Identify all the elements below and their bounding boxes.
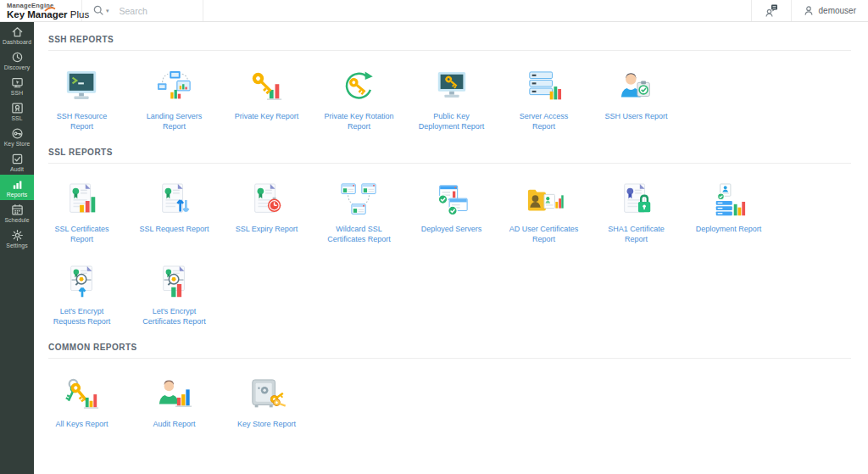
section-title: SSH REPORTS — [34, 35, 868, 44]
ssl-certificates-icon — [63, 182, 102, 219]
sidebar-item-label: Discovery — [4, 64, 31, 70]
wildcard-ssl-icon — [340, 182, 379, 219]
ad-user-certificates-icon — [525, 182, 564, 219]
schedule-icon — [11, 204, 24, 216]
report-label: SSL Certificates Report — [47, 225, 118, 244]
report-label: AD User Certificates Report — [509, 225, 580, 244]
report-label: Audit Report — [153, 420, 195, 439]
user-icon — [803, 4, 815, 17]
ssl-request-icon — [155, 182, 194, 219]
section-divider — [48, 358, 851, 359]
report-deployment-report[interactable]: Deployment Report — [682, 182, 775, 244]
report-public-key-deployment-report[interactable]: Public Key Deployment Report — [405, 70, 498, 131]
section-ssh-reports: SSH REPORTSSSH Resource ReportLanding Se… — [34, 35, 868, 131]
section-title: COMMON REPORTS — [34, 343, 868, 352]
brand-line2-suffix: Plus — [70, 9, 89, 20]
report-label: SSL Request Report — [139, 225, 209, 244]
header-divider — [203, 0, 203, 21]
sidebar-item-discovery[interactable]: Discovery — [0, 47, 34, 73]
report-wildcard-ssl-certificates-report[interactable]: Wildcard SSL Certificates Report — [313, 182, 405, 244]
reports-page: SSH REPORTSSSH Resource ReportLanding Se… — [34, 22, 868, 474]
section-common-reports: COMMON REPORTSAll Keys ReportAudit Repor… — [34, 343, 868, 439]
report-label: Let's Encrypt Requests Report — [47, 307, 118, 326]
sidebar-item-ssl[interactable]: SSL — [0, 98, 34, 124]
sidebar-item-schedule[interactable]: Schedule — [0, 200, 34, 226]
audit-person-icon — [155, 377, 194, 414]
report-key-store-report[interactable]: Key Store Report — [220, 377, 313, 439]
report-ssh-users-report[interactable]: SSH Users Report — [590, 70, 682, 131]
ssl-expiry-icon — [248, 182, 287, 219]
report-label: SSH Users Report — [604, 112, 667, 131]
sidebar-item-reports[interactable]: Reports — [0, 175, 34, 200]
sidebar-item-label: Schedule — [4, 217, 29, 223]
report-deployed-servers[interactable]: Deployed Servers — [405, 182, 498, 244]
sidebar-item-audit[interactable]: Audit — [0, 149, 34, 175]
keystore-icon — [11, 127, 24, 140]
home-icon — [11, 25, 24, 38]
report-let-s-encrypt-certificates-report[interactable]: Let's Encrypt Certificates Report — [128, 265, 220, 326]
report-label: SSL Expiry Report — [236, 225, 298, 244]
report-ssl-request-report[interactable]: SSL Request Report — [128, 182, 220, 244]
report-ssh-resource-report[interactable]: SSH Resource Report — [36, 70, 128, 131]
key-store-safe-icon — [248, 377, 287, 414]
user-menu[interactable]: demouser — [791, 0, 868, 21]
top-header: ManageEngine Key Manager Plus ▾ demouser — [0, 0, 868, 22]
settings-icon — [11, 229, 24, 242]
report-grid: SSH Resource ReportLanding Servers Repor… — [36, 70, 868, 131]
report-private-key-rotation-report[interactable]: Private Key Rotation Report — [313, 70, 405, 131]
report-audit-report[interactable]: Audit Report — [128, 377, 220, 439]
report-label: All Keys Report — [55, 420, 108, 439]
all-keys-icon — [63, 377, 102, 414]
report-ad-user-certificates-report[interactable]: AD User Certificates Report — [498, 182, 590, 244]
sha1-certificate-icon — [617, 182, 656, 219]
sidebar-item-key-store[interactable]: Key Store — [0, 124, 34, 149]
report-let-s-encrypt-requests-report[interactable]: Let's Encrypt Requests Report — [36, 265, 128, 326]
sidebar-item-settings[interactable]: Settings — [0, 226, 34, 251]
report-landing-servers-report[interactable]: Landing Servers Report — [128, 70, 220, 131]
report-private-key-report[interactable]: Private Key Report — [220, 70, 313, 131]
sidebar-item-label: Dashboard — [3, 39, 31, 45]
report-server-access-report[interactable]: Server Access Report — [498, 70, 590, 131]
sidebar-item-label: SSL — [11, 115, 22, 121]
search-icon[interactable]: ▾ — [92, 4, 109, 17]
report-label: Public Key Deployment Report — [416, 112, 487, 131]
sidebar-item-label: Audit — [10, 166, 24, 172]
report-grid: All Keys ReportAudit ReportKey Store Rep… — [36, 377, 868, 439]
sidebar-item-label: Reports — [7, 192, 28, 198]
private-key-icon — [248, 70, 287, 106]
section-title: SSL REPORTS — [34, 148, 868, 157]
reports-icon — [11, 178, 24, 191]
ssh-icon — [11, 76, 24, 89]
report-ssl-certificates-report[interactable]: SSL Certificates Report — [36, 182, 128, 244]
report-label: Private Key Report — [235, 112, 299, 131]
lets-encrypt-requests-icon — [63, 265, 102, 301]
public-key-deployment-icon — [432, 70, 471, 106]
sidebar-item-ssh[interactable]: SSH — [0, 73, 34, 98]
report-all-keys-report[interactable]: All Keys Report — [36, 377, 128, 439]
report-label: Key Store Report — [237, 420, 296, 439]
private-key-rotation-icon — [340, 70, 379, 106]
section-divider — [48, 163, 851, 164]
sidebar-item-dashboard[interactable]: Dashboard — [0, 22, 34, 47]
brand-line2: Key Manager — [7, 9, 68, 20]
section-divider — [48, 50, 851, 51]
report-ssl-expiry-report[interactable]: SSL Expiry Report — [220, 182, 313, 244]
landing-servers-icon — [155, 70, 194, 106]
section-ssl-reports: SSL REPORTSSSL Certificates ReportSSL Re… — [34, 148, 868, 326]
report-label: Server Access Report — [509, 112, 580, 131]
search-input[interactable] — [120, 6, 194, 16]
report-label: SHA1 Certificate Report — [601, 225, 672, 244]
search-scope-caret-icon: ▾ — [106, 8, 109, 14]
brand-logo[interactable]: ManageEngine Key Manager Plus — [0, 0, 81, 21]
sidebar-item-label: Key Store — [4, 141, 31, 147]
sidebar-item-label: Settings — [6, 243, 27, 248]
sidebar-item-label: SSH — [11, 90, 23, 96]
notification-icon[interactable] — [751, 0, 791, 21]
sidebar: DashboardDiscoverySSHSSLKey StoreAuditRe… — [0, 22, 34, 474]
ssh-resource-icon — [63, 70, 102, 106]
search-bar: ▾ — [82, 0, 203, 21]
ssl-icon — [11, 102, 24, 114]
deployment-icon — [709, 182, 748, 219]
report-sha1-certificate-report[interactable]: SHA1 Certificate Report — [590, 182, 682, 244]
report-label: Private Key Rotation Report — [324, 112, 395, 131]
